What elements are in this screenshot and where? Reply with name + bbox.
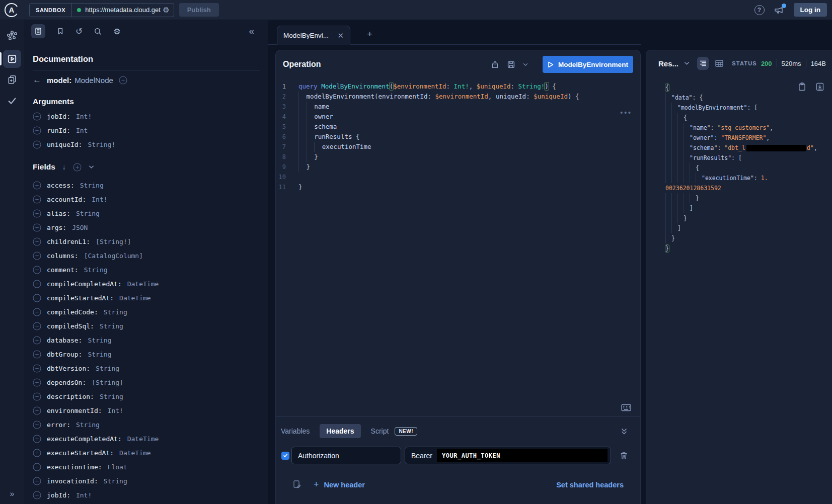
add-to-query-icon[interactable] [33,280,41,288]
field-type[interactable]: String! [88,141,115,148]
field-row[interactable]: invocationId:String [33,474,260,488]
field-row[interactable]: database:String [33,333,260,347]
add-to-query-icon[interactable] [33,181,41,190]
field-row[interactable]: childrenL1:[String!] [33,234,260,248]
field-row[interactable]: accountId:Int! [33,192,260,206]
operation-menu-button[interactable]: ••• [620,109,632,117]
field-row[interactable]: dbtGroup:String [33,347,260,361]
auth-token-secret[interactable]: YOUR_AUTH_TOKEN [437,449,608,462]
code-line[interactable]: 2modelByEnvironment(environmentId: $envi… [276,92,640,102]
add-to-query-icon[interactable] [33,435,41,443]
sidebar-item-checks[interactable] [0,92,24,110]
tab-bookmarks[interactable] [56,27,64,35]
add-to-query-icon[interactable] [33,112,41,121]
sidebar-item-explorer[interactable] [3,50,21,68]
field-row[interactable]: jobId:Int! [33,488,260,502]
field-type[interactable]: Int! [76,113,92,120]
tab-script[interactable]: Script [371,427,389,435]
field-type[interactable]: Int! [92,196,107,203]
field-row[interactable]: dbtVersion:String [33,361,260,375]
add-to-query-icon[interactable] [33,294,41,302]
field-type[interactable]: String [84,266,108,274]
code-line[interactable]: 10 [276,172,640,182]
add-to-query-icon[interactable] [33,392,41,401]
header-value-input[interactable]: Bearer YOUR_AUTH_TOKEN [405,447,611,464]
tab-headers[interactable]: Headers [320,424,360,438]
announcements-megaphone-icon[interactable] [774,5,785,15]
query-editor[interactable]: 1query ModelByEnvironment($environmentId… [276,78,640,416]
add-to-query-icon[interactable] [33,251,41,260]
tab-history[interactable]: ↺ [75,26,83,37]
code-line[interactable]: 11} [276,182,640,192]
header-key-input[interactable]: Authorization [291,447,401,464]
add-to-query-icon[interactable] [33,449,41,457]
field-type[interactable]: String [100,393,123,400]
sidebar-item-schema[interactable] [0,26,24,44]
add-to-query-icon[interactable] [33,223,41,232]
code-line[interactable]: 7executionTime [276,142,640,152]
copy-response-button[interactable] [798,82,806,91]
tab-settings[interactable]: ⚙ [113,27,120,36]
add-to-query-icon[interactable] [33,378,41,387]
add-to-query-icon[interactable] [33,140,41,149]
field-type[interactable]: String [76,210,100,217]
field-type[interactable]: String [104,477,127,485]
field-type[interactable]: Float [108,463,127,471]
field-row[interactable]: alias:String [33,206,260,220]
sort-fields-icon[interactable]: ↓ [62,163,66,171]
add-to-query-icon[interactable] [33,126,41,135]
field-row[interactable]: error:String [33,417,260,432]
code-line[interactable]: 1query ModelByEnvironment($environmentId… [276,81,640,92]
add-to-query-icon[interactable] [33,195,41,204]
field-type[interactable]: String [96,365,119,372]
code-line[interactable]: 3name [276,102,640,112]
delete-header-button[interactable] [620,451,628,460]
json-view-toggle[interactable] [697,57,709,70]
field-row[interactable]: environmentId:Int! [33,403,260,417]
add-to-query-icon[interactable] [33,463,41,471]
keyboard-shortcuts-icon[interactable] [621,404,631,411]
field-type[interactable]: Int [76,127,88,134]
header-enabled-checkbox[interactable] [281,452,289,460]
field-row[interactable]: compileCompletedAt:DateTime [33,277,260,291]
expand-rail-button[interactable]: » [0,487,24,501]
field-type[interactable]: String [100,322,123,330]
response-dropdown-chevron-icon[interactable] [684,61,690,65]
add-to-query-icon[interactable] [33,421,41,429]
add-all-fields-icon[interactable] [73,163,82,172]
code-line[interactable]: 5schema [276,122,640,132]
close-tab-icon[interactable]: ✕ [337,31,344,40]
add-to-query-icon[interactable] [33,350,41,359]
field-type[interactable]: JSON [72,224,88,231]
field-row[interactable]: executionTime:Float [33,460,260,474]
add-to-query-icon[interactable] [33,209,41,218]
save-menu-chevron-icon[interactable] [523,63,528,66]
field-type[interactable]: String [80,182,104,189]
code-line[interactable]: 4owner [276,112,640,122]
field-type[interactable]: String [88,351,111,358]
breadcrumb-type-name[interactable]: ModelNode [74,76,113,85]
argument-row[interactable]: runId:Int [33,123,260,137]
field-row[interactable]: args:JSON [33,220,260,234]
field-type[interactable]: String [88,337,111,344]
add-to-query-icon[interactable] [33,308,41,316]
add-to-query-icon[interactable] [33,364,41,373]
add-to-query-icon[interactable] [33,266,41,274]
argument-row[interactable]: uniqueId:String! [33,137,260,151]
response-title[interactable]: Res... [658,59,678,68]
add-to-query-icon[interactable] [33,491,41,499]
field-row[interactable]: executeCompletedAt:DateTime [33,432,260,446]
field-row[interactable]: compileStartedAt:DateTime [33,291,260,305]
new-header-button[interactable]: + New header [314,479,365,490]
new-tab-button[interactable]: + [367,29,372,40]
add-to-query-icon[interactable] [33,237,41,246]
field-type[interactable]: String [104,308,127,316]
chevron-down-icon[interactable] [89,165,94,169]
field-type[interactable]: Int! [76,491,92,499]
collapse-footer-button[interactable] [620,428,635,435]
download-response-button[interactable] [816,82,824,91]
add-to-query-icon[interactable] [33,477,41,485]
field-row[interactable]: compiledCode:String [33,305,260,319]
field-type[interactable]: [String] [92,379,123,386]
set-shared-headers-link[interactable]: Set shared headers [556,481,624,489]
